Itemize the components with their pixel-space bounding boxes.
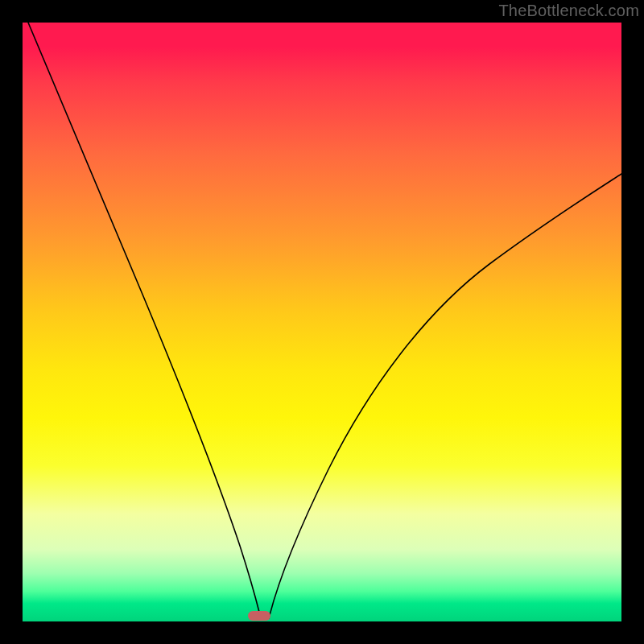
watermark-text: TheBottleneck.com — [498, 2, 639, 20]
curve-right-branch — [269, 174, 621, 618]
bottleneck-curve — [23, 23, 621, 621]
bottleneck-marker — [248, 611, 270, 621]
curve-left-branch — [28, 23, 261, 618]
chart-frame: TheBottleneck.com — [0, 0, 644, 644]
plot-area — [23, 23, 621, 621]
